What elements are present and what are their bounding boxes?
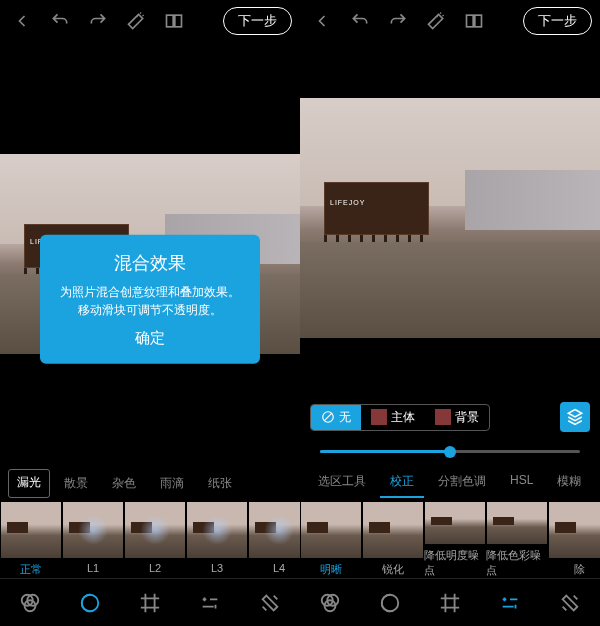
effect-thumb[interactable]: 明晰 <box>300 502 362 578</box>
crop-icon[interactable] <box>130 583 170 623</box>
undo-icon[interactable] <box>346 7 374 35</box>
thumb-label: 正常 <box>20 562 42 577</box>
topbar: 下一步 <box>0 0 300 42</box>
redo-icon[interactable] <box>384 7 412 35</box>
thumb-image <box>549 502 600 558</box>
thumb-label: L4 <box>273 562 285 574</box>
undo-icon[interactable] <box>46 7 74 35</box>
category-tab[interactable]: 雨滴 <box>150 469 194 498</box>
looks-icon[interactable] <box>10 583 50 623</box>
effect-thumb[interactable]: L1 <box>62 502 124 578</box>
category-row: 选区工具校正分割色调HSL模糊 <box>300 463 600 502</box>
thumb-image <box>363 502 423 558</box>
mask-background-label: 背景 <box>455 409 479 426</box>
category-tab[interactable]: 模糊 <box>547 467 591 498</box>
canvas[interactable]: LIFEJOY <box>300 42 600 394</box>
effect-thumb[interactable]: L2 <box>124 502 186 578</box>
next-button[interactable]: 下一步 <box>523 7 592 35</box>
next-button[interactable]: 下一步 <box>223 7 292 35</box>
svg-rect-6 <box>467 15 474 27</box>
thumb-image <box>63 502 123 558</box>
mask-thumb-icon <box>371 409 387 425</box>
looks-icon[interactable] <box>310 583 350 623</box>
thumb-image <box>425 502 485 544</box>
thumb-row: 正常L1L2L3L4 <box>0 502 300 578</box>
category-tab[interactable]: 分割色调 <box>428 467 496 498</box>
category-tab[interactable]: 漏光 <box>8 469 50 498</box>
bottom-nav <box>0 578 300 626</box>
redo-icon[interactable] <box>84 7 112 35</box>
heal-icon[interactable] <box>250 583 290 623</box>
thumb-label: 锐化 <box>382 562 404 577</box>
back-icon[interactable] <box>308 7 336 35</box>
screen-right: 下一步 LIFEJOY 无 主体 背景 <box>300 0 600 626</box>
effect-thumb[interactable]: L3 <box>186 502 248 578</box>
mask-none-label: 无 <box>339 409 351 426</box>
blend-icon[interactable] <box>70 583 110 623</box>
opacity-slider[interactable] <box>320 450 580 453</box>
thumb-label: 除 <box>574 562 585 577</box>
effect-thumb[interactable]: 正常 <box>0 502 62 578</box>
blend-icon[interactable] <box>370 583 410 623</box>
wand-icon[interactable] <box>122 7 150 35</box>
adjust-icon[interactable] <box>190 583 230 623</box>
heal-icon[interactable] <box>550 583 590 623</box>
thumb-image <box>1 502 61 558</box>
effect-thumb[interactable]: 除 <box>548 502 600 578</box>
popup-title: 混合效果 <box>60 250 240 274</box>
screen-left: 下一步 LIFEJOY 混合效果 为照片混合创意纹理和叠加效果。移动滑块可调节不… <box>0 0 300 626</box>
svg-rect-1 <box>175 15 182 27</box>
wand-icon[interactable] <box>422 7 450 35</box>
layers-button[interactable] <box>560 402 590 432</box>
thumb-image <box>487 502 547 544</box>
popup-ok-button[interactable]: 确定 <box>135 328 165 347</box>
effect-thumb[interactable]: 锐化 <box>362 502 424 578</box>
thumb-image <box>249 502 300 558</box>
category-tab[interactable]: HSL <box>500 467 543 498</box>
bottom-nav <box>300 578 600 626</box>
thumb-label: L3 <box>211 562 223 574</box>
thumb-image <box>301 502 361 558</box>
popup-body: 为照片混合创意纹理和叠加效果。移动滑块可调节不透明度。 <box>60 282 240 318</box>
mask-pill: 无 主体 背景 <box>310 404 490 431</box>
mask-thumb-icon <box>435 409 451 425</box>
category-tab[interactable]: 散景 <box>54 469 98 498</box>
effect-thumb[interactable]: 降低明度噪点 <box>424 502 486 578</box>
thumb-label: L1 <box>87 562 99 574</box>
slider-row <box>300 440 600 463</box>
effect-thumb[interactable]: 降低色彩噪点 <box>486 502 548 578</box>
topbar: 下一步 <box>300 0 600 42</box>
category-row: 漏光散景杂色雨滴纸张 <box>0 465 300 502</box>
category-tab[interactable]: 选区工具 <box>308 467 376 498</box>
back-icon[interactable] <box>8 7 36 35</box>
thumb-label: L2 <box>149 562 161 574</box>
mask-background[interactable]: 背景 <box>425 405 489 430</box>
mask-subject[interactable]: 主体 <box>361 405 425 430</box>
photo: LIFEJOY <box>300 98 600 338</box>
thumb-image <box>187 502 247 558</box>
thumb-row: 明晰锐化降低明度噪点降低色彩噪点除 <box>300 502 600 578</box>
mask-none[interactable]: 无 <box>311 405 361 430</box>
tooltip-popup: 混合效果 为照片混合创意纹理和叠加效果。移动滑块可调节不透明度。 确定 <box>40 234 260 363</box>
photo-text: LIFEJOY <box>330 199 365 206</box>
svg-rect-7 <box>475 15 482 27</box>
svg-rect-0 <box>167 15 174 27</box>
canvas[interactable]: LIFEJOY 混合效果 为照片混合创意纹理和叠加效果。移动滑块可调节不透明度。… <box>0 42 300 465</box>
crop-icon[interactable] <box>430 583 470 623</box>
compare-icon[interactable] <box>160 7 188 35</box>
thumb-label: 明晰 <box>320 562 342 577</box>
effect-thumb[interactable]: L4 <box>248 502 300 578</box>
thumb-image <box>125 502 185 558</box>
thumb-label: 降低色彩噪点 <box>486 548 548 578</box>
mask-row: 无 主体 背景 <box>300 394 600 440</box>
compare-icon[interactable] <box>460 7 488 35</box>
category-tab[interactable]: 校正 <box>380 467 424 498</box>
category-tab[interactable]: 杂色 <box>102 469 146 498</box>
category-tab[interactable]: 纸张 <box>198 469 242 498</box>
thumb-label: 降低明度噪点 <box>424 548 486 578</box>
mask-subject-label: 主体 <box>391 409 415 426</box>
adjust-icon[interactable] <box>490 583 530 623</box>
